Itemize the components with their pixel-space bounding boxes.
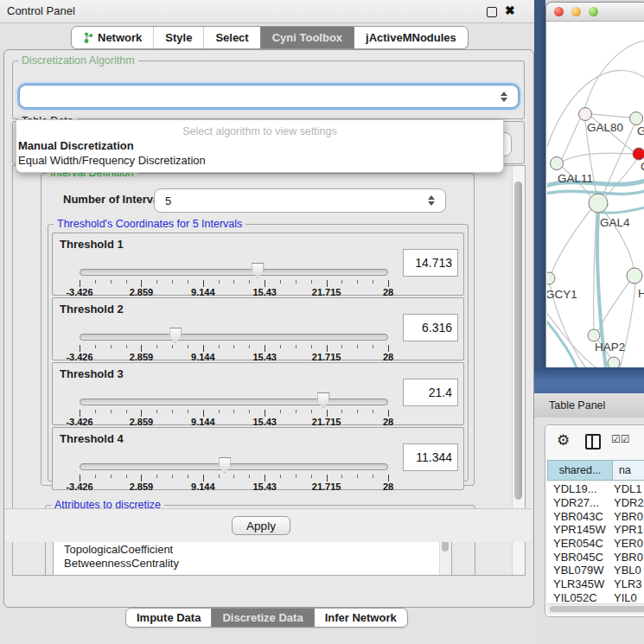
tick-label: 2.859 (130, 352, 154, 362)
close-icon[interactable]: ✖ (505, 3, 515, 17)
tab-impute-data[interactable]: Impute Data (126, 609, 211, 627)
settings-gear-icon[interactable]: ⚙ (557, 431, 570, 450)
table-row[interactable]: YDL19...YDL1 (547, 482, 644, 496)
table-row[interactable]: YDR27...YDR2 (547, 496, 644, 510)
desktop-edge (534, 0, 545, 393)
slider-tick-labels: -3.4262.8599.14415.4321.71528 (80, 481, 388, 491)
threshold-value-field[interactable] (403, 443, 458, 471)
table-row[interactable]: YBR043CYBR0 (547, 509, 644, 523)
column-header[interactable]: na (613, 460, 644, 481)
zoom-traffic-light-icon[interactable] (589, 7, 598, 16)
network-node[interactable] (627, 268, 642, 284)
algorithm-combo[interactable] (19, 85, 519, 108)
attribute-item[interactable]: BetweennessCentrality (64, 557, 451, 571)
network-node[interactable] (588, 329, 600, 341)
tick-label: 28 (383, 481, 393, 492)
tick-label: 28 (383, 287, 393, 297)
threshold-slider-thumb[interactable] (252, 263, 265, 278)
tab-infer-network[interactable]: Infer Network (314, 609, 407, 627)
tab-select[interactable]: Select (203, 27, 259, 48)
algorithm-dropdown-popup: Select algorithm to view settings Manual… (16, 119, 504, 173)
threshold-panel: Threshold 3 -3.4262.8599.14415.4321.7152… (52, 362, 464, 425)
network-node[interactable] (547, 272, 555, 284)
table-row[interactable]: YIL052CYIL0 (547, 591, 644, 603)
threshold-label: Threshold 2 (60, 303, 124, 316)
tick-label: 15.43 (252, 481, 277, 492)
threshold-slider-track[interactable] (80, 399, 388, 405)
table-header: shared...na (547, 460, 644, 481)
slider-ticks (80, 410, 388, 417)
table-horizontal-scrollbar[interactable] (547, 603, 644, 614)
table-cell: YIL052C (547, 591, 614, 603)
tab-label: jActiveMNodules (366, 31, 456, 44)
table-panel-titlebar: Table Panel (534, 393, 644, 418)
table-cell: YBL0 (614, 564, 644, 577)
column-checkboxes-icon[interactable]: ☑☑ (611, 433, 630, 445)
table-panel-title: Table Panel (549, 399, 605, 411)
network-node[interactable] (579, 108, 592, 121)
combo-arrows-icon[interactable] (501, 92, 507, 102)
tick-label: 21.715 (312, 287, 341, 297)
threshold-value-field[interactable] (403, 314, 458, 341)
table-cell: YPR145W (547, 523, 614, 536)
number-of-intervals-spinner[interactable]: 5 (154, 188, 446, 213)
tick-label: 9.144 (191, 481, 215, 492)
table-cell: YIL0 (614, 591, 644, 603)
table-cell: YDL19... (547, 482, 614, 495)
minimize-traffic-light-icon[interactable] (571, 7, 581, 16)
tick-label: 15.43 (252, 287, 277, 297)
table-cell: YBL079W (547, 564, 614, 577)
table-row[interactable]: YBR045CYBR0 (547, 550, 644, 564)
tab-discretize-data[interactable]: Discretize Data (211, 609, 313, 627)
node-label: GAL11 (558, 172, 593, 185)
table-cell: YER0 (614, 537, 644, 550)
network-node[interactable] (633, 148, 644, 160)
network-node[interactable] (630, 112, 643, 125)
app-window: Control Panel ✖ NetworkStyleSelectCyni T… (0, 0, 644, 644)
slider-ticks (80, 280, 388, 287)
threshold-slider-thumb[interactable] (317, 392, 330, 408)
attribute-item[interactable]: TopologicalCoefficient (64, 543, 451, 557)
tab-network[interactable]: Network (72, 27, 153, 48)
node-label: HAP2 (595, 341, 625, 354)
network-canvas[interactable]: GAL80GACGAL11GAL4GCY1HHAP2 (547, 22, 644, 368)
table-row[interactable]: YBL079WYBL0 (547, 564, 644, 577)
threshold-slider-track[interactable] (80, 269, 388, 276)
tab-cyni-toolbox[interactable]: Cyni Toolbox (260, 27, 354, 48)
split-columns-icon[interactable] (585, 434, 601, 450)
table-cell: YLR345W (547, 577, 614, 590)
interval-definition-group: Interval Definition Number of Intervals … (41, 173, 475, 486)
table-cell: YBR045C (547, 551, 614, 564)
network-node[interactable] (589, 194, 608, 213)
tab-label: Network (98, 31, 142, 44)
threshold-slider-track[interactable] (80, 463, 388, 470)
table-row[interactable]: YLR345WYLR3 (547, 577, 644, 591)
network-window-titlebar[interactable] (546, 3, 644, 22)
algorithm-option[interactable]: Manual Discretization (18, 139, 134, 152)
tick-label: 15.43 (252, 352, 277, 362)
node-label: GA (637, 124, 644, 137)
slider-ticks (80, 345, 388, 352)
discretization-algorithm-group: Discretization Algorithm (12, 61, 525, 119)
threshold-slider-track[interactable] (80, 334, 388, 341)
apply-button[interactable]: Apply (232, 516, 290, 535)
tick-label: 28 (383, 417, 393, 427)
apply-row: Apply (4, 508, 532, 542)
slider-tick-labels: -3.4262.8599.14415.4321.71528 (80, 417, 388, 426)
threshold-value-field[interactable] (403, 249, 458, 277)
threshold-label: Threshold 3 (60, 367, 124, 380)
threshold-value-field[interactable] (403, 379, 458, 406)
algorithm-option[interactable]: Equal Width/Frequency Discretization (18, 154, 206, 167)
threshold-slider-thumb[interactable] (218, 457, 231, 473)
close-traffic-light-icon[interactable] (554, 7, 564, 16)
spinner-arrows-icon[interactable] (428, 195, 435, 206)
table-row[interactable]: YPR145WYPR1 (547, 523, 644, 537)
column-header[interactable]: shared... (547, 460, 613, 481)
tab-jactivemnodules[interactable]: jActiveMNodules (354, 27, 468, 48)
tab-style[interactable]: Style (153, 27, 203, 48)
table-row[interactable]: YER054CYER0 (547, 537, 644, 551)
float-window-icon[interactable] (487, 7, 497, 17)
network-node[interactable] (551, 157, 564, 170)
slider-ticks (80, 475, 388, 481)
threshold-slider-thumb[interactable] (169, 328, 182, 343)
